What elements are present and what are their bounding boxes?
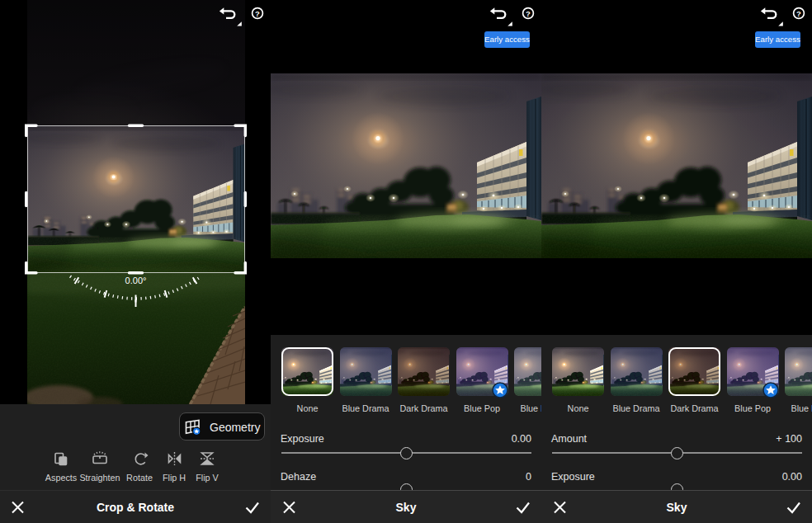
svg-text:?: ? [526, 9, 531, 18]
svg-text:Geometry: Geometry [210, 420, 260, 433]
svg-text:?: ? [796, 9, 801, 18]
svg-text:0.00°: 0.00° [125, 276, 147, 285]
svg-text:?: ? [255, 9, 260, 18]
